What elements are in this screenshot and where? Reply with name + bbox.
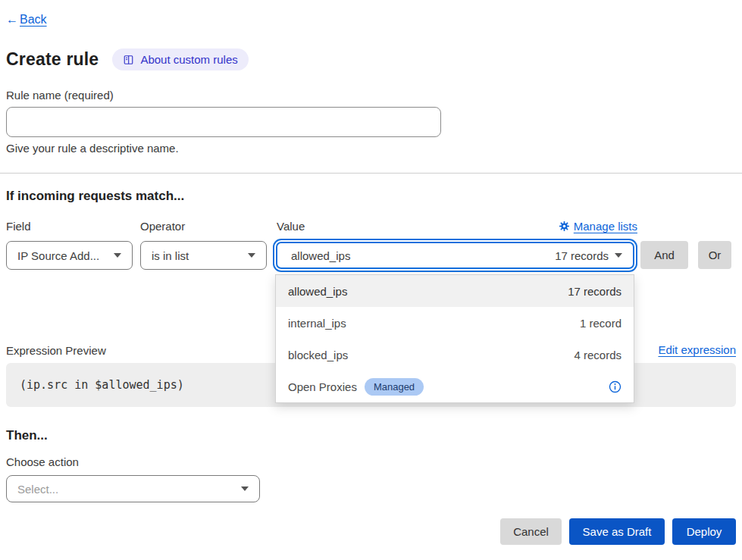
managed-badge: Managed bbox=[365, 378, 424, 396]
value-select-value: allowed_ips bbox=[291, 249, 350, 262]
back-label: Back bbox=[20, 13, 47, 27]
info-icon[interactable] bbox=[609, 380, 621, 393]
chevron-down-icon bbox=[241, 486, 249, 491]
manage-lists-link[interactable]: Manage lists bbox=[559, 220, 637, 233]
operator-label: Operator bbox=[140, 220, 185, 233]
chevron-down-icon bbox=[248, 253, 255, 258]
then-section-heading: Then... bbox=[6, 428, 48, 443]
action-select-placeholder: Select... bbox=[17, 483, 58, 496]
title-row: Create rule About custom rules bbox=[6, 48, 249, 70]
rule-name-help-text: Give your rule a descriptive name. bbox=[6, 142, 179, 155]
action-select[interactable]: Select... bbox=[6, 475, 260, 502]
expression-preview-label: Expression Preview bbox=[6, 344, 106, 357]
section-divider bbox=[0, 173, 742, 174]
page-title: Create rule bbox=[6, 49, 99, 70]
value-dropdown-menu: allowed_ips 17 records internal_ips 1 re… bbox=[275, 274, 634, 403]
back-arrow-icon: ← bbox=[6, 13, 18, 27]
value-select[interactable]: allowed_ips 17 records bbox=[276, 242, 634, 269]
save-as-draft-button[interactable]: Save as Draft bbox=[569, 518, 665, 545]
field-select-value: IP Source Add... bbox=[17, 249, 99, 262]
deploy-button[interactable]: Deploy bbox=[672, 518, 736, 545]
gear-icon bbox=[559, 221, 569, 231]
field-select[interactable]: IP Source Add... bbox=[6, 241, 133, 270]
about-custom-rules-link[interactable]: About custom rules bbox=[112, 48, 248, 70]
match-section-heading: If incoming requests match... bbox=[6, 189, 184, 204]
operator-select-value: is in list bbox=[152, 249, 189, 262]
field-label: Field bbox=[6, 220, 31, 233]
cancel-button[interactable]: Cancel bbox=[500, 518, 562, 545]
manage-lists-label: Manage lists bbox=[574, 220, 637, 233]
or-button[interactable]: Or bbox=[698, 241, 731, 269]
book-icon bbox=[123, 55, 134, 65]
option-name: internal_ips bbox=[288, 317, 346, 330]
value-label: Value bbox=[277, 220, 305, 233]
rule-name-input[interactable] bbox=[6, 107, 441, 137]
choose-action-label: Choose action bbox=[6, 455, 79, 468]
about-custom-rules-label: About custom rules bbox=[140, 53, 237, 66]
value-select-record-count: 17 records bbox=[555, 249, 609, 262]
chevron-down-icon bbox=[114, 253, 121, 258]
operator-select[interactable]: is in list bbox=[140, 241, 267, 270]
back-link[interactable]: ← Back bbox=[6, 13, 47, 27]
create-rule-page: ← Back Create rule About custom rules Ru… bbox=[0, 0, 742, 560]
rule-name-label: Rule name (required) bbox=[6, 89, 114, 102]
edit-expression-link[interactable]: Edit expression bbox=[658, 343, 736, 356]
dropdown-option-internal-ips[interactable]: internal_ips 1 record bbox=[276, 307, 634, 339]
option-name: allowed_ips bbox=[288, 285, 347, 298]
option-name: Open Proxies bbox=[288, 380, 357, 393]
expression-code: (ip.src in $allowed_ips) bbox=[20, 378, 184, 392]
dropdown-option-blocked-ips[interactable]: blocked_ips 4 records bbox=[276, 339, 634, 371]
option-record-count: 17 records bbox=[568, 285, 621, 298]
option-record-count: 4 records bbox=[574, 349, 621, 361]
and-button[interactable]: And bbox=[640, 241, 688, 269]
option-record-count: 1 record bbox=[580, 317, 621, 330]
dropdown-option-open-proxies[interactable]: Open Proxies Managed bbox=[276, 371, 634, 402]
dropdown-option-allowed-ips[interactable]: allowed_ips 17 records bbox=[276, 275, 634, 307]
chevron-down-icon bbox=[615, 253, 622, 258]
option-name: blocked_ips bbox=[288, 349, 348, 361]
